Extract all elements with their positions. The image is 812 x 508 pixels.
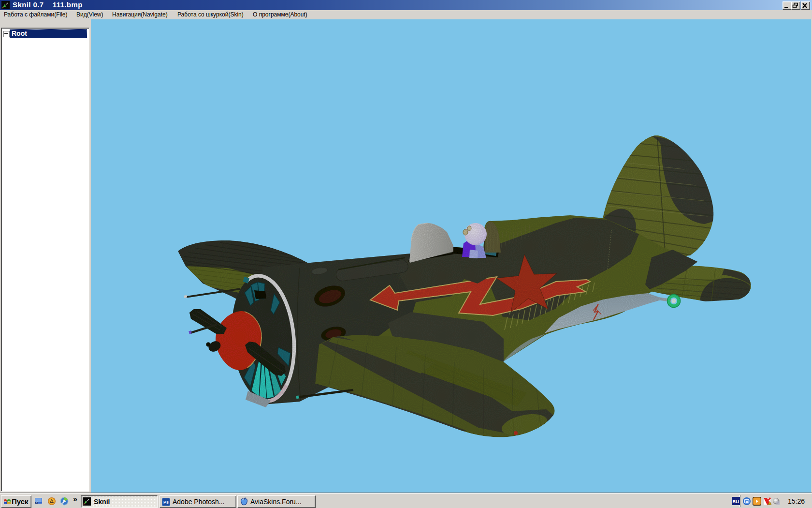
svg-text:RU: RU [733,499,740,504]
svg-text:!: ! [769,502,769,505]
svg-text:Ps: Ps [163,500,169,505]
